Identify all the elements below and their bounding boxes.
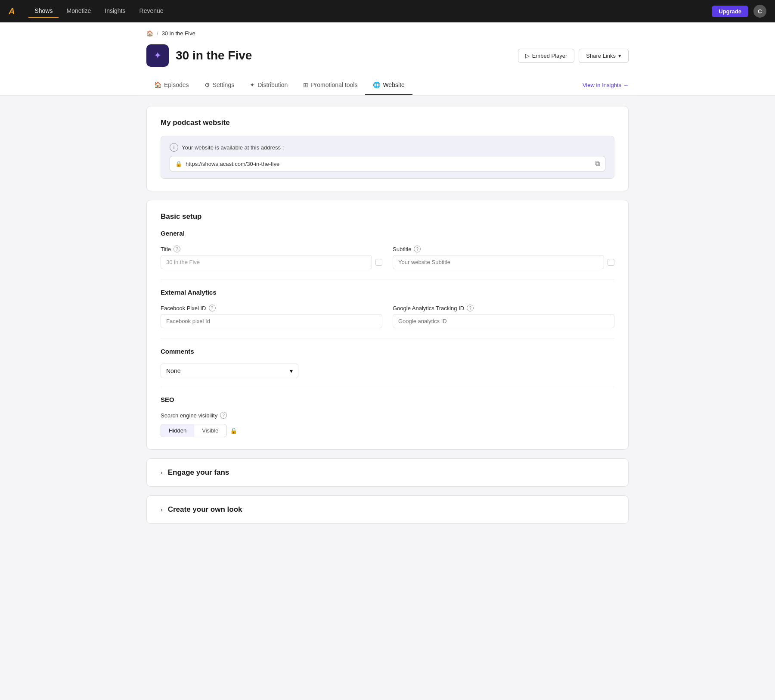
ga-help-icon[interactable]: ? bbox=[467, 305, 474, 311]
analytics-label: External Analytics bbox=[161, 289, 614, 296]
external-analytics-section: External Analytics Facebook Pixel ID ? G… bbox=[161, 289, 614, 328]
view-in-insights-link[interactable]: View in Insights → bbox=[583, 82, 629, 88]
divider-2 bbox=[161, 339, 614, 339]
podcast-website-card: My podcast website i Your website is ava… bbox=[146, 106, 629, 191]
seo-help-icon[interactable]: ? bbox=[220, 412, 227, 419]
fb-pixel-label: Facebook Pixel ID ? bbox=[161, 305, 382, 311]
tab-distribution[interactable]: ✦ Distribution bbox=[242, 75, 295, 95]
seo-toggle-area: Hidden Visible 🔒 bbox=[161, 424, 614, 437]
podcast-website-title: My podcast website bbox=[161, 118, 614, 127]
subtitle-input-row bbox=[393, 255, 614, 269]
subtitle-help-icon[interactable]: ? bbox=[414, 246, 421, 252]
general-section: General Title ? bbox=[161, 230, 614, 269]
main-content: My podcast website i Your website is ava… bbox=[146, 96, 629, 534]
fb-pixel-group: Facebook Pixel ID ? bbox=[161, 305, 382, 328]
show-header: ✦ 30 in the Five ▷ Embed Player Share Li… bbox=[146, 41, 629, 75]
tab-settings-label: Settings bbox=[213, 81, 235, 88]
breadcrumb-show-name: 30 in the Five bbox=[162, 30, 195, 37]
create-look-card[interactable]: › Create your own look bbox=[146, 495, 629, 524]
title-input[interactable] bbox=[161, 255, 372, 269]
show-title: 30 in the Five bbox=[176, 49, 252, 62]
title-checkbox[interactable] bbox=[375, 259, 382, 266]
subtitle-field-group: Subtitle ? bbox=[393, 246, 614, 269]
nav-insights[interactable]: Insights bbox=[99, 5, 131, 18]
breadcrumb: 🏠 / 30 in the Five bbox=[146, 22, 629, 41]
embed-player-button[interactable]: ▷ Embed Player bbox=[518, 49, 575, 63]
seo-label: SEO bbox=[161, 396, 614, 403]
app-logo[interactable]: A bbox=[9, 6, 15, 16]
tab-distribution-label: Distribution bbox=[257, 81, 288, 88]
share-links-button[interactable]: Share Links ▾ bbox=[579, 49, 629, 63]
website-url-header: i Your website is available at this addr… bbox=[170, 143, 605, 152]
engage-fans-card[interactable]: › Engage your fans bbox=[146, 458, 629, 487]
ga-tracking-group: Google Analytics Tracking ID ? bbox=[393, 305, 614, 328]
engage-arrow-icon: › bbox=[161, 469, 163, 476]
nav-links: Shows Monetize Insights Revenue bbox=[28, 5, 169, 18]
comments-section: Comments None ▾ bbox=[161, 348, 614, 378]
title-input-row bbox=[161, 255, 382, 269]
title-subtitle-row: Title ? Subtitle ? bbox=[161, 246, 614, 269]
info-icon: i bbox=[170, 143, 178, 152]
top-navigation: A Shows Monetize Insights Revenue Upgrad… bbox=[0, 0, 775, 22]
nav-revenue[interactable]: Revenue bbox=[133, 5, 170, 18]
title-help-icon[interactable]: ? bbox=[174, 246, 180, 252]
tab-website[interactable]: 🌐 Website bbox=[365, 75, 412, 95]
basic-setup-card: Basic setup General Title ? bbox=[146, 200, 629, 450]
engage-fans-title: Engage your fans bbox=[168, 468, 229, 477]
analytics-row: Facebook Pixel ID ? Google Analytics Tra… bbox=[161, 305, 614, 328]
basic-setup-title: Basic setup bbox=[161, 212, 614, 221]
copy-icon[interactable]: ⧉ bbox=[595, 160, 600, 168]
comments-dropdown[interactable]: None ▾ bbox=[161, 364, 298, 378]
subtitle-input[interactable] bbox=[393, 255, 604, 269]
show-title-area: ✦ 30 in the Five bbox=[146, 44, 252, 67]
seo-visibility-group: Search engine visibility ? Hidden Visibl… bbox=[161, 412, 614, 437]
website-icon: 🌐 bbox=[373, 81, 380, 88]
subtitle-checkbox[interactable] bbox=[608, 259, 614, 266]
subnav-tabs: 🏠 Episodes ⚙ Settings ✦ Distribution ⊞ P… bbox=[146, 75, 412, 95]
breadcrumb-home-icon[interactable]: 🏠 bbox=[146, 30, 153, 37]
upgrade-button[interactable]: Upgrade bbox=[712, 6, 748, 17]
ga-label: Google Analytics Tracking ID ? bbox=[393, 305, 614, 311]
tab-settings[interactable]: ⚙ Settings bbox=[197, 75, 242, 95]
episodes-icon: 🏠 bbox=[154, 81, 161, 88]
general-label: General bbox=[161, 230, 614, 237]
website-url: https://shows.acast.com/30-in-the-five bbox=[186, 161, 592, 167]
show-icon: ✦ bbox=[146, 44, 169, 67]
distribution-icon: ✦ bbox=[250, 81, 255, 88]
tab-promotional-tools[interactable]: ⊞ Promotional tools bbox=[295, 75, 365, 95]
share-links-label: Share Links bbox=[586, 53, 616, 59]
tab-episodes-label: Episodes bbox=[164, 81, 189, 88]
embed-player-icon: ▷ bbox=[525, 53, 530, 59]
website-url-label: Your website is available at this addres… bbox=[182, 144, 284, 151]
sub-navigation: 🏠 Episodes ⚙ Settings ✦ Distribution ⊞ P… bbox=[138, 75, 637, 95]
tab-episodes[interactable]: 🏠 Episodes bbox=[146, 75, 197, 95]
fb-pixel-help-icon[interactable]: ? bbox=[209, 305, 216, 311]
create-look-arrow-icon: › bbox=[161, 506, 163, 513]
comments-select-wrapper: None ▾ bbox=[161, 364, 298, 378]
seo-hidden-button[interactable]: Hidden bbox=[161, 424, 194, 437]
website-url-box: i Your website is available at this addr… bbox=[161, 136, 614, 179]
seo-visible-button[interactable]: Visible bbox=[194, 424, 226, 437]
title-label: Title ? bbox=[161, 246, 382, 252]
view-insights-label: View in Insights bbox=[583, 82, 621, 88]
show-header-actions: ▷ Embed Player Share Links ▾ bbox=[518, 49, 629, 63]
seo-visibility-label: Search engine visibility ? bbox=[161, 412, 614, 419]
comments-label: Comments bbox=[161, 348, 614, 355]
view-insights-arrow: → bbox=[623, 82, 629, 88]
show-icon-symbol: ✦ bbox=[154, 50, 161, 61]
divider-1 bbox=[161, 280, 614, 280]
embed-player-label: Embed Player bbox=[532, 53, 567, 59]
avatar[interactable]: C bbox=[753, 5, 766, 18]
divider-3 bbox=[161, 387, 614, 387]
fb-pixel-input[interactable] bbox=[161, 314, 382, 328]
nav-monetize[interactable]: Monetize bbox=[60, 5, 97, 18]
seo-section: SEO Search engine visibility ? Hidden Vi… bbox=[161, 396, 614, 437]
ga-input[interactable] bbox=[393, 314, 614, 328]
nav-shows[interactable]: Shows bbox=[28, 5, 59, 18]
settings-icon: ⚙ bbox=[205, 81, 210, 88]
create-look-title: Create your own look bbox=[168, 505, 242, 514]
lock-icon: 🔒 bbox=[175, 161, 182, 167]
seo-toggle-group: Hidden Visible bbox=[161, 424, 226, 437]
comments-chevron-icon: ▾ bbox=[290, 367, 293, 374]
share-links-chevron: ▾ bbox=[618, 53, 621, 59]
